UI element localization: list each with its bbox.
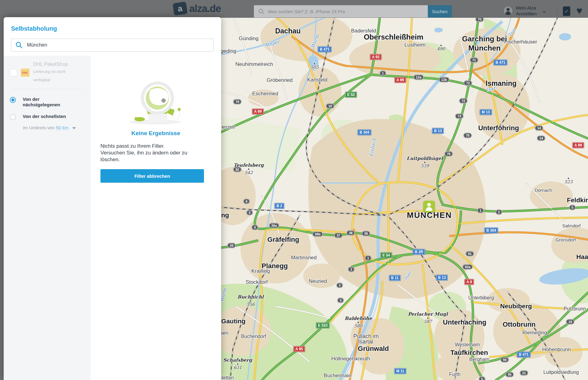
filter-dhl-paketshop: DHL DHL PaketShop Lieferung ist nicht ve… <box>10 61 85 84</box>
road-badge: 6 <box>243 199 250 204</box>
sort-option-nearest[interactable]: Von der nächstgelegenen <box>10 97 85 108</box>
town-label: Gröbenried <box>266 77 292 83</box>
road-badge: 70 <box>476 18 484 22</box>
road-badge: 37 <box>334 233 342 238</box>
road-badge: 1 <box>365 256 371 260</box>
road-badge: 72 <box>464 81 472 86</box>
town-label: Isartal <box>358 339 373 345</box>
favorites-icon[interactable]: ♥ <box>576 5 582 17</box>
peak-label: Baldehöhe▲580 <box>345 316 372 328</box>
road-badge: 5 <box>479 377 485 380</box>
city-label: Feldkirchen <box>567 196 588 204</box>
town-label: Neuried <box>309 278 327 284</box>
dhl-status-2: verfügbar <box>33 76 68 84</box>
road-badge: 21 <box>520 370 528 375</box>
site-search-input[interactable] <box>267 9 416 14</box>
road-badge: 82 <box>233 167 241 172</box>
town-label: Dornach <box>535 188 552 193</box>
search-icon <box>258 8 264 14</box>
site-search <box>254 5 428 17</box>
road-badge: A 8 <box>465 279 474 285</box>
road-badge: B 304 <box>484 228 498 233</box>
town-label: Luitpoldsiedlung <box>543 370 579 375</box>
river-label: Würm <box>310 34 320 49</box>
peak-label: ▲505 <box>311 62 319 69</box>
road-badge: E 54 <box>381 253 392 258</box>
road-badge: E 533 <box>316 323 329 328</box>
location-search <box>11 39 214 51</box>
road-badge: 14 <box>535 126 543 131</box>
road-badge: M 13 <box>480 109 492 115</box>
alza-logo[interactable]: a alza.de <box>173 2 221 15</box>
road-badge: 36a <box>269 223 279 228</box>
town-label: Buchenhain <box>324 373 351 379</box>
panel-body: DHL DHL PaketShop Lieferung ist nicht ve… <box>4 56 221 380</box>
search-icon <box>15 41 23 49</box>
dhl-checkbox[interactable] <box>10 69 17 76</box>
city-label: Oberschleißheim <box>364 33 424 41</box>
town-label: Martinsried <box>291 255 317 261</box>
account-menu[interactable]: Mein Alza Anmelden ⌄ <box>504 5 547 17</box>
city-label: Unterföhring <box>478 124 519 132</box>
road-badge: 1 <box>477 208 484 213</box>
radius-value-link[interactable]: 50 km <box>56 125 69 131</box>
city-label: Grünwald <box>358 345 389 353</box>
city-label: Planegg <box>262 262 288 270</box>
account-label: Mein Alza Anmelden <box>516 5 537 17</box>
road-badge: B 304 <box>358 130 371 135</box>
road-badge: B 471 <box>494 60 507 65</box>
radius-dropdown-icon[interactable] <box>72 127 76 129</box>
user-icon <box>504 6 512 15</box>
road-badge: M 11 <box>394 368 406 374</box>
city-label: Gauting <box>221 317 245 325</box>
road-badge: 71 <box>470 58 478 63</box>
filter-sidebar: DHL DHL PaketShop Lieferung ist nicht ve… <box>4 56 90 380</box>
town-label: Hohenbrunn <box>542 347 571 353</box>
road-badge: 19 <box>566 319 574 324</box>
road-badge: 94 <box>501 357 509 362</box>
radio-unselected-icon[interactable] <box>10 114 16 120</box>
river-label: Amper <box>264 39 280 48</box>
orders-icon[interactable]: ✓ <box>563 6 570 16</box>
search-button[interactable]: Suchen <box>428 5 452 17</box>
map[interactable]: AmperWürmWürmIsarIsarIsarEisbachGündingl… <box>221 18 588 380</box>
location-search-input[interactable] <box>26 42 205 48</box>
town-label: lgeding <box>221 48 236 54</box>
sort-option-nearest-label: Von der nächstgelegenen <box>23 97 60 108</box>
river-label: Isar <box>507 27 517 37</box>
cancel-filter-button[interactable]: Filter abbrechen <box>100 169 204 183</box>
sort-option-fastest[interactable]: Von der schnellsten <box>10 114 85 120</box>
road-badge: 75 <box>464 133 472 138</box>
city-label: Garching bei <box>462 35 507 43</box>
town-label: Fischerhäuser <box>504 39 537 45</box>
road-badge: 4 <box>252 225 258 230</box>
town-label: Pullach im <box>353 333 379 340</box>
road-badge: 76 <box>445 151 453 156</box>
road-badge: 39 <box>362 231 370 236</box>
road-badge: 12b <box>439 77 449 82</box>
road-badge: 34 <box>228 243 236 248</box>
road-badge: B 2R <box>413 249 425 255</box>
radio-selected-icon[interactable] <box>10 97 16 103</box>
selbstabholung-panel: Selbstabholung DHL DHL PaketShop Lieferu… <box>4 17 221 380</box>
river-label: Eisbach <box>368 138 377 157</box>
road-badge: B 471 <box>318 47 331 52</box>
town-label: Krailling <box>251 268 270 274</box>
peak-label: Luitpoldhügel▲539 <box>407 156 443 168</box>
city-label: ring <box>221 211 229 219</box>
city-label: Gräfelfing <box>267 236 299 244</box>
river-label: Isar <box>403 270 413 281</box>
dhl-logo-icon: DHL <box>21 69 29 77</box>
town-label: Gronsdorf <box>556 237 576 242</box>
empty-state-message: Nichts passt zu Ihrem Filter. Versuchen … <box>100 143 187 163</box>
pickup-location-marker[interactable] <box>423 201 435 212</box>
town-label: Lustheim <box>405 42 426 48</box>
road-badge: 12a <box>414 75 424 80</box>
dhl-labels: DHL PaketShop Lieferung ist nicht verfüg… <box>33 61 68 84</box>
city-label: Haar <box>576 253 588 260</box>
town-label: Günding <box>239 36 258 42</box>
city-label: Unterhaching <box>443 318 486 326</box>
peak-label: Schafsberg▲631 <box>223 358 252 370</box>
road-badge: 3 <box>337 298 344 303</box>
town-label: Westerham <box>455 342 480 348</box>
